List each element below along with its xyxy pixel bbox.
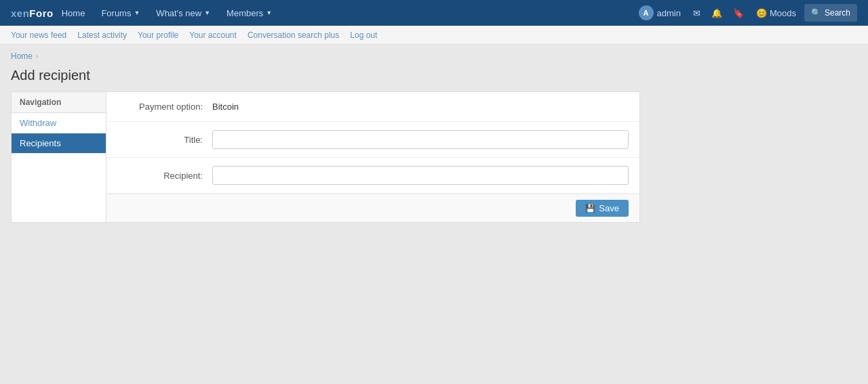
- page-title: Add recipient: [0, 65, 868, 91]
- bell-icon: 🔔: [711, 8, 722, 18]
- payment-option-value: Bitcoin: [212, 102, 629, 112]
- admin-menu-button[interactable]: A admin: [633, 0, 686, 26]
- content-area: Navigation Withdraw Recipients Payment o…: [0, 91, 651, 223]
- subnav-latest-activity[interactable]: Latest activity: [72, 26, 132, 45]
- save-icon: 💾: [585, 204, 595, 213]
- sidebar-heading: Navigation: [12, 92, 106, 113]
- navbar-left: xenForo Home Forums ▼ What's new ▼ Membe…: [11, 0, 280, 26]
- moods-emoji-icon: 😊: [756, 8, 767, 18]
- messages-icon: ✉: [693, 8, 701, 18]
- payment-option-label: Payment option:: [117, 102, 212, 112]
- subnav-news-feed[interactable]: Your news feed: [11, 26, 72, 45]
- whats-new-dropdown-icon: ▼: [204, 9, 210, 16]
- nav-whats-new[interactable]: What's new ▼: [148, 0, 218, 26]
- alerts-icon-button[interactable]: 🔔: [707, 0, 726, 26]
- bookmark-icon: 🔖: [733, 8, 744, 18]
- main-panel: Payment option: Bitcoin Title: Recipient…: [106, 91, 640, 223]
- save-button[interactable]: 💾 Save: [576, 200, 629, 217]
- forums-dropdown-icon: ▼: [134, 9, 140, 16]
- avatar: A: [639, 5, 654, 20]
- nav-home[interactable]: Home: [54, 0, 94, 26]
- navbar-right: A admin ✉ 🔔 🔖 😊 Moods 🔍 Search: [633, 0, 857, 26]
- messages-icon-button[interactable]: ✉: [689, 0, 705, 26]
- sidebar-item-recipients[interactable]: Recipients: [12, 133, 106, 154]
- recipient-row: Recipient:: [106, 158, 639, 194]
- search-icon: 🔍: [811, 8, 821, 18]
- form-footer: 💾 Save: [106, 194, 639, 222]
- nav-forums[interactable]: Forums ▼: [93, 0, 148, 26]
- title-row: Title:: [106, 122, 639, 158]
- subnav-your-account[interactable]: Your account: [184, 26, 242, 45]
- members-dropdown-icon: ▼: [266, 9, 272, 16]
- recipient-label: Recipient:: [117, 171, 212, 181]
- subnav: Your news feed Latest activity Your prof…: [0, 26, 868, 45]
- recipient-input[interactable]: [212, 166, 629, 185]
- brand-part2: Foro: [29, 7, 53, 19]
- sidebar-item-withdraw[interactable]: Withdraw: [12, 113, 106, 133]
- breadcrumb-home-link[interactable]: Home: [11, 51, 33, 61]
- subnav-conversation-search-plus[interactable]: Conversation search plus: [242, 26, 344, 45]
- subnav-your-profile[interactable]: Your profile: [132, 26, 184, 45]
- search-button[interactable]: 🔍 Search: [804, 4, 857, 22]
- sidebar: Navigation Withdraw Recipients: [11, 91, 106, 223]
- breadcrumb: Home ›: [0, 45, 868, 65]
- subnav-log-out[interactable]: Log out: [344, 26, 382, 45]
- brand-logo[interactable]: xenForo: [11, 7, 54, 19]
- moods-button[interactable]: 😊 Moods: [751, 0, 802, 26]
- nav-members[interactable]: Members ▼: [218, 0, 280, 26]
- payment-option-row: Payment option: Bitcoin: [106, 92, 639, 122]
- brand-part1: xen: [11, 7, 29, 19]
- title-label: Title:: [117, 135, 212, 145]
- title-input[interactable]: [212, 130, 629, 149]
- breadcrumb-separator: ›: [36, 53, 38, 60]
- top-navbar: xenForo Home Forums ▼ What's new ▼ Membe…: [0, 0, 868, 26]
- bookmark-icon-button[interactable]: 🔖: [729, 0, 748, 26]
